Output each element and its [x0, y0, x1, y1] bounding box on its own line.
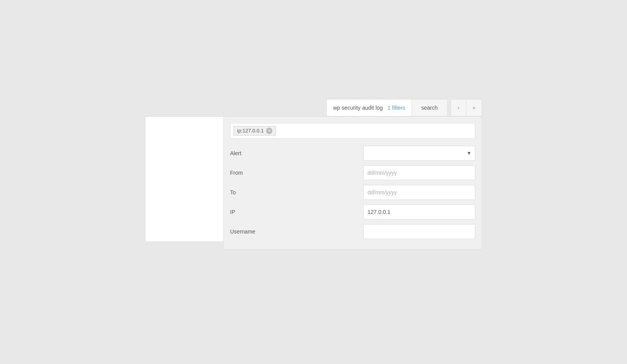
alert-row: Alert ▼ [230, 145, 475, 161]
ip-label: IP [230, 209, 363, 215]
from-row: From [230, 165, 475, 181]
to-input[interactable] [363, 185, 475, 200]
page-title: wp security audit log [333, 105, 383, 111]
username-input[interactable] [363, 224, 475, 239]
filter-tag-value: ip:127.0.0.1 [237, 128, 264, 134]
ip-input[interactable] [363, 205, 475, 219]
ip-row: IP [230, 204, 475, 220]
from-input[interactable] [363, 165, 475, 180]
to-row: To [230, 184, 475, 201]
to-label: To [230, 189, 363, 196]
filter-tag-ip: ip:127.0.0.1 ✕ [234, 126, 276, 136]
alert-select[interactable] [363, 146, 475, 161]
username-label: Username [230, 228, 363, 235]
next-page-button[interactable]: › [451, 99, 466, 116]
title-area: wp security audit log 1 filters [326, 99, 412, 116]
filter-panel: ip:127.0.0.1 ✕ Alert ▼ From [223, 116, 482, 250]
alert-label: Alert [230, 150, 363, 156]
filters-link[interactable]: 1 filters [388, 105, 405, 111]
from-label: From [230, 170, 363, 176]
search-button[interactable]: search [412, 99, 448, 116]
alert-select-wrapper: ▼ [363, 146, 475, 161]
filter-tags-area: ip:127.0.0.1 ✕ [230, 123, 475, 139]
filter-tag-close-button[interactable]: ✕ [266, 128, 272, 134]
username-row: Username [230, 223, 475, 240]
last-page-button[interactable]: » [466, 99, 482, 116]
